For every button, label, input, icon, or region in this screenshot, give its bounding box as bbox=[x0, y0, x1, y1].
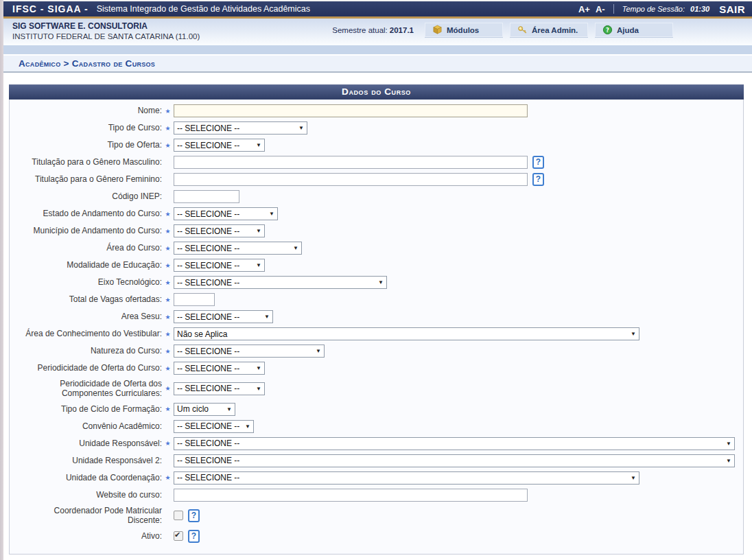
form-row-periodicidade-oferta: Periodicidade de Oferta do Curso: ★ -- S… bbox=[18, 362, 735, 375]
unidade-responsavel-2-select[interactable]: -- SELECIONE --▼ bbox=[174, 454, 735, 467]
chevron-down-icon: ▼ bbox=[726, 458, 731, 464]
select-value: -- SELECIONE -- bbox=[177, 209, 239, 219]
ativo-checkbox[interactable] bbox=[174, 531, 183, 541]
field-label: Tipo de Oferta: bbox=[18, 140, 162, 150]
page: IFSC - SIGAA - Sistema Integrado de Gest… bbox=[3, 0, 752, 555]
tipo-ciclo-formacao-select[interactable]: Um ciclo▼ bbox=[174, 403, 235, 416]
font-decrease-button[interactable]: A- bbox=[596, 4, 605, 14]
field-label: Unidade Responsável: bbox=[18, 439, 162, 448]
form-row-area-conhecimento-vestibular: Área de Conhecimento do Vestibular: ★ Nã… bbox=[18, 327, 735, 340]
municipio-andamento-select[interactable]: -- SELECIONE --▼ bbox=[174, 224, 265, 237]
chevron-down-icon: ▼ bbox=[726, 441, 731, 447]
help-icon[interactable]: ? bbox=[188, 509, 200, 522]
semester-value: 2017.1 bbox=[390, 26, 414, 34]
field-label: Unidade da Coordenação: bbox=[18, 473, 162, 482]
chevron-down-icon: ▼ bbox=[226, 406, 232, 412]
required-star: ★ bbox=[162, 365, 174, 372]
logout-button[interactable]: SAIR bbox=[719, 3, 745, 15]
total-vagas-input[interactable] bbox=[174, 293, 215, 306]
area-sesu-select[interactable]: -- SELECIONE --▼ bbox=[174, 310, 273, 323]
chevron-down-icon: ▼ bbox=[269, 211, 274, 217]
course-form: Nome: ★ Tipo de Curso: ★ -- SELECIONE --… bbox=[9, 100, 744, 555]
periodicidade-oferta-curso-select[interactable]: -- SELECIONE --▼ bbox=[174, 362, 265, 375]
field-label: Titulação para o Gênero Masculino: bbox=[18, 157, 162, 167]
field-label: Unidade Responsável 2: bbox=[18, 456, 162, 465]
form-row-titulacao-masculino: Titulação para o Gênero Masculino: ? bbox=[18, 156, 735, 169]
coordenador-matricular-checkbox[interactable] bbox=[174, 511, 183, 520]
modalidade-educacao-select[interactable]: -- SELECIONE --▼ bbox=[174, 259, 265, 272]
nome-input[interactable] bbox=[174, 104, 528, 117]
form-row-ativo: Ativo: ? bbox=[18, 530, 735, 543]
tipo-de-curso-select[interactable]: -- SELECIONE --▼ bbox=[174, 121, 307, 135]
field-label: Área de Conhecimento do Vestibular: bbox=[18, 329, 162, 338]
brand-title: IFSC - SIGAA - bbox=[12, 3, 89, 14]
ajuda-button[interactable]: ? Ajuda bbox=[595, 23, 673, 37]
area-conhecimento-vestibular-select[interactable]: Não se Aplica▼ bbox=[174, 327, 639, 340]
form-row-periodicidade-componentes: Periodicidade de Oferta dos Componentes … bbox=[18, 379, 735, 399]
field-label: Area Sesu: bbox=[18, 312, 162, 321]
field-label: Município de Andamento do Curso: bbox=[18, 226, 162, 235]
form-row-unidade-coordenacao: Unidade da Coordenação: ★ -- SELECIONE -… bbox=[18, 471, 735, 485]
button-label: Módulos bbox=[447, 26, 479, 34]
chevron-down-icon: ▼ bbox=[256, 365, 261, 371]
form-row-area-curso: Área do Curso: ★ -- SELECIONE --▼ bbox=[18, 242, 735, 255]
select-value: -- SELECIONE -- bbox=[177, 421, 239, 431]
required-star: ★ bbox=[162, 279, 174, 286]
required-star: ★ bbox=[162, 440, 174, 447]
eixo-tecnologico-select[interactable]: -- SELECIONE --▼ bbox=[174, 276, 387, 289]
codigo-inep-input[interactable] bbox=[174, 190, 239, 203]
panel-title: Dados do Curso bbox=[9, 84, 744, 100]
help-icon[interactable]: ? bbox=[532, 173, 544, 186]
titulacao-feminino-input[interactable] bbox=[174, 173, 528, 186]
estado-andamento-select[interactable]: -- SELECIONE --▼ bbox=[174, 207, 278, 220]
required-star: ★ bbox=[162, 245, 174, 252]
required-star: ★ bbox=[162, 331, 174, 338]
help-icon[interactable]: ? bbox=[188, 530, 200, 543]
area-admin-button[interactable]: Área Admin. bbox=[510, 23, 588, 37]
modules-cube-icon bbox=[432, 25, 443, 35]
unidade-responsavel-select[interactable]: -- SELECIONE --▼ bbox=[174, 437, 735, 450]
field-label: Coordenador Pode Matricular Discente: bbox=[18, 506, 162, 526]
form-row-estado-andamento: Estado de Andamento do Curso: ★ -- SELEC… bbox=[18, 207, 735, 220]
dados-do-curso-panel: Dados do Curso Nome: ★ Tipo de Curso: ★ … bbox=[9, 84, 744, 555]
periodicidade-componentes-select[interactable]: -- SELECIONE --▼ bbox=[174, 382, 265, 395]
unidade-coordenacao-select[interactable]: -- SELECIONE --▼ bbox=[174, 471, 639, 485]
tipo-de-oferta-select[interactable]: -- SELECIONE --▼ bbox=[174, 139, 265, 152]
required-star: ★ bbox=[162, 125, 174, 132]
titulacao-masculino-input[interactable] bbox=[174, 156, 528, 169]
form-row-website: Website do curso: bbox=[18, 489, 735, 502]
field-label: Total de Vagas ofertadas: bbox=[18, 294, 162, 304]
button-label: Ajuda bbox=[617, 26, 639, 34]
form-row-eixo-tecnologico: Eixo Tecnológico: ★ -- SELECIONE --▼ bbox=[18, 276, 735, 289]
field-label: Periodicidade de Oferta do Curso: bbox=[18, 363, 162, 373]
form-row-codigo-inep: Código INEP: bbox=[18, 190, 735, 203]
help-icon[interactable]: ? bbox=[532, 156, 544, 169]
select-value: -- SELECIONE -- bbox=[177, 312, 239, 322]
area-do-curso-select[interactable]: -- SELECIONE --▼ bbox=[174, 242, 302, 255]
chevron-down-icon: ▼ bbox=[264, 314, 270, 320]
form-row-unidade-responsavel-2: Unidade Responsável 2: -- SELECIONE --▼ bbox=[18, 454, 735, 467]
form-row-tipo-oferta: Tipo de Oferta: ★ -- SELECIONE --▼ bbox=[18, 139, 735, 152]
field-label: Tipo de Curso: bbox=[18, 123, 162, 132]
chevron-down-icon: ▼ bbox=[256, 262, 261, 268]
chevron-down-icon: ▼ bbox=[298, 125, 304, 131]
form-row-area-sesu: Area Sesu: ★ -- SELECIONE --▼ bbox=[18, 310, 735, 323]
website-curso-input[interactable] bbox=[174, 489, 528, 502]
field-label: Convênio Acadêmico: bbox=[18, 421, 162, 431]
font-increase-button[interactable]: A+ bbox=[578, 4, 590, 14]
chevron-down-icon: ▼ bbox=[256, 228, 261, 234]
semester-label: Semestre atual: bbox=[332, 26, 388, 34]
modulos-button[interactable]: Módulos bbox=[425, 23, 503, 37]
convenio-academico-select[interactable]: -- SELECIONE --▼ bbox=[174, 420, 254, 433]
chevron-down-icon: ▼ bbox=[245, 423, 250, 430]
select-value: Não se Aplica bbox=[177, 329, 227, 339]
natureza-do-curso-select[interactable]: -- SELECIONE --▼ bbox=[174, 345, 325, 358]
chevron-down-icon: ▼ bbox=[631, 331, 636, 337]
required-star: ★ bbox=[162, 228, 174, 235]
select-value: -- SELECIONE -- bbox=[177, 226, 239, 236]
key-icon bbox=[517, 25, 528, 35]
form-row-tipo-curso: Tipo de Curso: ★ -- SELECIONE --▼ bbox=[18, 121, 735, 135]
field-label: Tipo de Ciclo de Formação: bbox=[18, 404, 162, 414]
chevron-down-icon: ▼ bbox=[293, 245, 298, 251]
form-row-convenio: Convênio Acadêmico: -- SELECIONE --▼ bbox=[18, 420, 735, 433]
